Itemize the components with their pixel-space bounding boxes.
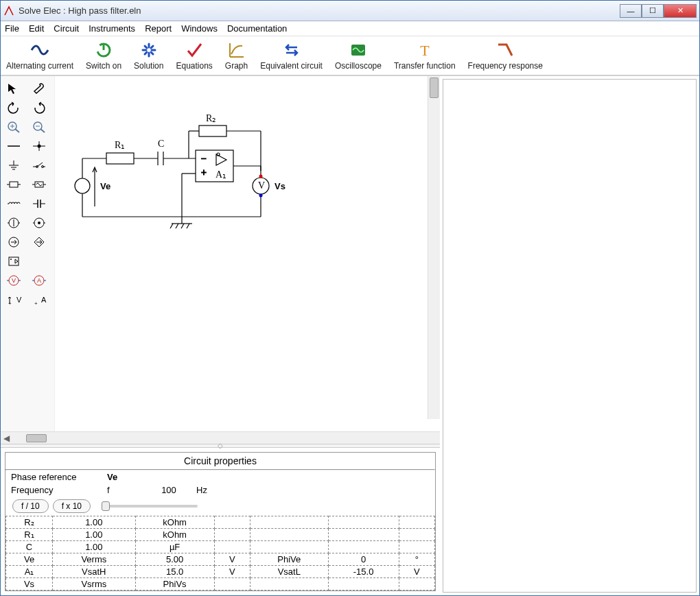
toolbar-equivalent-circuit[interactable]: Equivalent circuit <box>260 40 323 71</box>
table-row[interactable]: VsVsrmsPhiVs <box>6 578 435 591</box>
palette-dep-vsrc[interactable] <box>29 234 49 250</box>
table-cell: A₁ <box>6 566 53 578</box>
table-cell[interactable]: ° <box>399 553 434 566</box>
svg-line-17 <box>40 129 45 132</box>
freq-div10-button[interactable]: f / 10 <box>12 499 49 513</box>
schematic-canvas[interactable]: − + <box>54 76 440 431</box>
horizontal-splitter[interactable] <box>1 444 440 448</box>
table-cell <box>214 529 250 541</box>
table-cell[interactable]: Vsrms <box>53 578 135 591</box>
palette-zoom-out[interactable] <box>29 119 49 135</box>
table-cell <box>399 578 434 591</box>
toolbar-switch-on[interactable]: Switch on <box>86 40 121 71</box>
palette-switch[interactable] <box>29 157 49 174</box>
menu-windows[interactable]: Windows <box>181 23 218 34</box>
table-cell <box>328 578 399 591</box>
palette-node[interactable] <box>29 138 49 154</box>
palette-rotate-ccw[interactable] <box>3 99 24 116</box>
table-row[interactable]: R₁1.00kOhm <box>6 529 435 541</box>
palette-resistor[interactable] <box>3 176 24 193</box>
palette-wire[interactable] <box>3 138 24 154</box>
palette-empty <box>29 253 49 270</box>
toolbar-transfer-function[interactable]: T Transfer function <box>394 40 456 71</box>
toolbar-alternating-current[interactable]: Alternating current <box>6 40 73 71</box>
palette-rotate-cw[interactable] <box>29 99 49 116</box>
palette-probe-a[interactable]: A+ <box>29 291 49 308</box>
table-row[interactable]: VeVerms5.00VPhiVe0° <box>6 553 435 566</box>
menu-file[interactable]: File <box>5 23 19 34</box>
table-cell[interactable]: PhiVe <box>250 553 329 566</box>
svg-point-65 <box>75 178 90 193</box>
toolbar-solution[interactable]: Solution <box>134 40 163 71</box>
palette-ammeter[interactable]: A <box>29 272 49 289</box>
menu-circuit[interactable]: Circuit <box>54 23 79 34</box>
properties-panel: Circuit properties Phase reference Ve Fr… <box>5 452 436 591</box>
label-a1: A₁ <box>215 169 226 180</box>
palette-voltmeter[interactable]: V <box>3 272 24 289</box>
table-cell[interactable]: 1.00 <box>53 541 135 553</box>
palette-ground[interactable] <box>3 157 24 174</box>
toolbar-oscilloscope[interactable]: Oscilloscope <box>335 40 382 71</box>
close-button[interactable]: ✕ <box>664 4 697 18</box>
table-cell[interactable]: kOhm <box>135 516 214 529</box>
toolbar: Alternating current Switch on Solution E… <box>1 36 699 75</box>
table-cell[interactable]: 15.0 <box>135 566 214 578</box>
table-cell[interactable]: Verms <box>53 553 135 566</box>
table-cell <box>399 529 434 541</box>
canvas-vscroll[interactable] <box>428 76 440 419</box>
palette-current-source[interactable] <box>3 215 24 231</box>
svg-line-13 <box>15 129 19 132</box>
graph-icon <box>227 40 246 60</box>
component-palette: V A V+ A+ <box>1 76 54 431</box>
table-cell[interactable]: V <box>399 566 434 578</box>
palette-dep-csrc[interactable] <box>3 234 24 250</box>
palette-inductor[interactable] <box>3 195 24 212</box>
svg-point-98 <box>259 194 263 198</box>
workspace: V A V+ A+ <box>1 75 699 595</box>
table-cell[interactable]: 1.00 <box>53 516 135 529</box>
palette-capacitor[interactable] <box>29 195 49 212</box>
table-cell[interactable]: V <box>214 553 250 566</box>
menu-report[interactable]: Report <box>145 23 172 34</box>
menu-instruments[interactable]: Instruments <box>89 23 135 34</box>
toolbar-graph[interactable]: Graph <box>225 40 248 71</box>
toolbar-frequency-response[interactable]: Frequency response <box>468 40 543 71</box>
svg-point-52 <box>10 259 12 260</box>
table-cell[interactable]: PhiVs <box>135 578 214 591</box>
label-r1: R₁ <box>115 140 125 150</box>
table-cell[interactable]: -15.0 <box>328 566 399 578</box>
table-cell[interactable]: 1.00 <box>53 529 135 541</box>
table-cell[interactable]: VsatL <box>250 566 329 578</box>
toolbar-equations[interactable]: Equations <box>176 40 212 71</box>
label-c: C <box>158 139 164 149</box>
left-pane: V A V+ A+ <box>1 76 440 595</box>
palette-pointer[interactable] <box>3 80 24 97</box>
table-cell[interactable]: µF <box>135 541 214 553</box>
maximize-button[interactable]: ☐ <box>642 4 664 18</box>
palette-wrench[interactable] <box>29 80 49 97</box>
table-cell[interactable]: V <box>214 566 250 578</box>
equivalent-icon <box>282 40 301 60</box>
table-cell[interactable]: 5.00 <box>135 553 214 566</box>
palette-zoom-in[interactable] <box>3 119 24 135</box>
app-window: Solve Elec : High pass filter.eln — ☐ ✕ … <box>0 0 700 596</box>
freq-slider[interactable] <box>102 505 198 508</box>
menu-documentation[interactable]: Documentation <box>227 23 287 34</box>
table-row[interactable]: C1.00µF <box>6 541 435 553</box>
window-controls: — ☐ ✕ <box>620 4 697 18</box>
freq-mul10-button[interactable]: f x 10 <box>53 499 91 513</box>
minimize-button[interactable]: — <box>620 4 642 18</box>
table-row[interactable]: A₁VsatH15.0VVsatL-15.0V <box>6 566 435 578</box>
palette-voltage-source[interactable] <box>29 215 49 231</box>
bode-icon <box>495 40 515 60</box>
table-cell[interactable]: VsatH <box>53 566 135 578</box>
palette-probe-v[interactable]: V+ <box>3 291 24 308</box>
output-pane <box>443 79 697 593</box>
menu-edit[interactable]: Edit <box>29 23 44 34</box>
table-cell[interactable]: 0 <box>328 553 399 566</box>
palette-opamp[interactable] <box>3 253 24 270</box>
label-vmeter: V <box>258 180 265 191</box>
table-row[interactable]: R₂1.00kOhm <box>6 516 435 529</box>
table-cell[interactable]: kOhm <box>135 529 214 541</box>
palette-source-ac[interactable] <box>29 176 49 193</box>
